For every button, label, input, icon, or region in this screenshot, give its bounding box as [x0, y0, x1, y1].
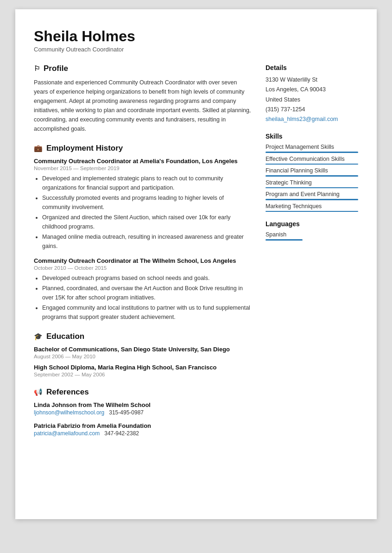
skill-bar: [266, 175, 358, 177]
skill-name: Project Management Skills: [266, 144, 358, 150]
languages-list: Spanish: [266, 231, 358, 241]
skill-item: Effective Communication Skills: [266, 156, 358, 165]
skill-name: Financial Planning Skills: [266, 167, 358, 174]
education-section: 🎓 Education Bachelor of Communications, …: [34, 332, 252, 377]
list-item: Managed online media outreach, resulting…: [42, 232, 252, 251]
language-bar: [266, 239, 303, 241]
skill-bar: [266, 187, 358, 189]
ref-1-contact: ljohnson@wilhelmschool.org 315-495-0987: [34, 409, 252, 417]
education-icon: 🎓: [34, 332, 43, 341]
list-item: Developed outreach programs based on sch…: [42, 273, 252, 283]
ref-1-email: ljohnson@wilhelmschool.org: [34, 409, 104, 416]
edu-2-dates: September 2002 — May 2006: [34, 372, 252, 377]
skills-section: Skills Project Management Skills Effecti…: [266, 133, 358, 212]
employment-section: 💼 Employment History Community Outreach …: [34, 144, 252, 322]
profile-heading: ⚐ Profile: [34, 64, 252, 73]
skills-list: Project Management Skills Effective Comm…: [266, 144, 358, 212]
skill-bar: [266, 199, 358, 200]
skill-bar: [266, 164, 358, 165]
edu-1-dates: August 2006 — May 2010: [34, 354, 252, 359]
skills-heading: Skills: [266, 133, 358, 140]
job-1-title: Community Outreach Coordinator at Amelia…: [34, 158, 252, 165]
list-item: Successfully promoted events and program…: [42, 193, 252, 212]
skill-name: Program and Event Planning: [266, 191, 358, 197]
skill-item: Program and Event Planning: [266, 191, 358, 200]
job-2: Community Outreach Coordinator at The Wi…: [34, 257, 252, 322]
ref-2-phone: 347-942-2382: [104, 430, 139, 437]
list-item: Developed and implemented strategic plan…: [42, 174, 252, 192]
right-column: Details 3130 W Waterlilly St Los Angeles…: [266, 64, 358, 501]
job-2-bullets: Developed outreach programs based on sch…: [34, 273, 252, 322]
candidate-name: Sheila Holmes: [34, 28, 358, 45]
edu-2: High School Diploma, Maria Regina High S…: [34, 364, 252, 377]
candidate-title: Community Outreach Coordinator: [34, 46, 358, 53]
details-address: 3130 W Waterlilly St Los Angeles, CA 900…: [266, 75, 358, 124]
resume-container: Sheila Holmes Community Outreach Coordin…: [15, 9, 377, 519]
skill-item: Strategic Thinking: [266, 179, 358, 189]
address-line1: 3130 W Waterlilly St: [266, 76, 317, 83]
language-name: Spanish: [266, 231, 358, 238]
job-2-dates: October 2010 — October 2015: [34, 265, 252, 271]
main-content: ⚐ Profile Passionate and experienced Com…: [34, 64, 358, 501]
ref-2: Patricia Fabrizio from Amelia Foundation…: [34, 422, 252, 438]
profile-text: Passionate and experienced Community Out…: [34, 78, 252, 133]
job-2-title: Community Outreach Coordinator at The Wi…: [34, 257, 252, 264]
list-item: Planned, coordinated, and oversaw the Ar…: [42, 284, 252, 302]
ref-2-name: Patricia Fabrizio from Amelia Foundation: [34, 422, 252, 429]
skill-name: Effective Communication Skills: [266, 156, 358, 162]
edu-2-title: High School Diploma, Maria Regina High S…: [34, 364, 252, 371]
address-line2: Los Angeles, CA 90043: [266, 86, 326, 93]
profile-icon: ⚐: [34, 64, 40, 73]
ref-1-name: Linda Johnson from The Wilhelm School: [34, 401, 252, 408]
ref-1: Linda Johnson from The Wilhelm School lj…: [34, 401, 252, 417]
list-item: Engaged community and local institutions…: [42, 303, 252, 322]
skill-bar: [266, 211, 358, 212]
job-1-dates: November 2015 — September 2019: [34, 165, 252, 171]
languages-section: Languages Spanish: [266, 220, 358, 241]
references-section: 📢 References Linda Johnson from The Wilh…: [34, 388, 252, 438]
job-1-bullets: Developed and implemented strategic plan…: [34, 174, 252, 251]
employment-icon: 💼: [34, 144, 43, 153]
skill-name: Marketing Techniques: [266, 203, 358, 210]
references-icon: 📢: [34, 388, 43, 396]
skill-name: Strategic Thinking: [266, 179, 358, 186]
ref-2-contact: patricia@ameliafound.com 347-942-2382: [34, 430, 252, 438]
ref-2-email: patricia@ameliafound.com: [34, 430, 100, 437]
skill-bar: [266, 152, 358, 153]
profile-section: ⚐ Profile Passionate and experienced Com…: [34, 64, 252, 133]
edu-1: Bachelor of Communications, San Diego St…: [34, 346, 252, 359]
left-column: ⚐ Profile Passionate and experienced Com…: [34, 64, 252, 501]
skill-item: Marketing Techniques: [266, 203, 358, 212]
employment-heading: 💼 Employment History: [34, 144, 252, 153]
job-1: Community Outreach Coordinator at Amelia…: [34, 158, 252, 251]
address-line3: United States: [266, 96, 300, 103]
languages-heading: Languages: [266, 220, 358, 228]
details-heading: Details: [266, 64, 358, 71]
skill-item: Financial Planning Skills: [266, 167, 358, 177]
header-section: Sheila Holmes Community Outreach Coordin…: [34, 28, 358, 53]
list-item: Organized and directed the Silent Auctio…: [42, 213, 252, 231]
phone: (315) 737-1254: [266, 106, 305, 113]
language-item: Spanish: [266, 231, 358, 241]
education-heading: 🎓 Education: [34, 332, 252, 341]
edu-1-title: Bachelor of Communications, San Diego St…: [34, 346, 252, 353]
references-heading: 📢 References: [34, 388, 252, 397]
ref-1-phone: 315-495-0987: [109, 409, 144, 416]
email: sheilaa_hlms23@gmail.com: [266, 116, 338, 122]
details-section: Details 3130 W Waterlilly St Los Angeles…: [266, 64, 358, 124]
skill-item: Project Management Skills: [266, 144, 358, 153]
